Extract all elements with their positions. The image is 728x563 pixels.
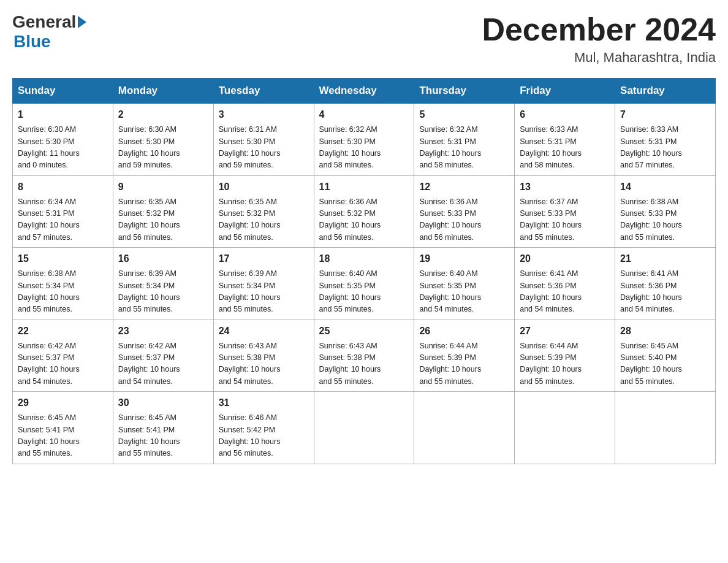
- day-number: 22: [18, 324, 108, 339]
- weekday-header-monday: Monday: [113, 79, 213, 104]
- day-number: 12: [419, 180, 509, 194]
- day-cell: 18Sunrise: 6:40 AMSunset: 5:35 PMDayligh…: [314, 248, 414, 320]
- day-info: Sunrise: 6:30 AMSunset: 5:30 PMDaylight:…: [118, 124, 208, 172]
- logo: General Blue: [12, 12, 88, 52]
- day-cell: 25Sunrise: 6:43 AMSunset: 5:38 PMDayligh…: [314, 320, 414, 392]
- day-info: Sunrise: 6:30 AMSunset: 5:30 PMDaylight:…: [18, 124, 108, 172]
- day-cell: 8Sunrise: 6:34 AMSunset: 5:31 PMDaylight…: [13, 175, 113, 248]
- day-info: Sunrise: 6:33 AMSunset: 5:31 PMDaylight:…: [520, 124, 610, 172]
- day-info: Sunrise: 6:34 AMSunset: 5:31 PMDaylight:…: [18, 196, 108, 244]
- day-number: 11: [319, 180, 409, 194]
- day-info: Sunrise: 6:33 AMSunset: 5:31 PMDaylight:…: [620, 124, 710, 172]
- day-number: 14: [620, 180, 710, 194]
- day-info: Sunrise: 6:41 AMSunset: 5:36 PMDaylight:…: [620, 268, 710, 316]
- day-cell: 22Sunrise: 6:42 AMSunset: 5:37 PMDayligh…: [13, 320, 113, 392]
- day-info: Sunrise: 6:36 AMSunset: 5:32 PMDaylight:…: [319, 196, 409, 244]
- day-info: Sunrise: 6:44 AMSunset: 5:39 PMDaylight:…: [419, 340, 509, 388]
- day-number: 19: [419, 251, 509, 266]
- weekday-header-tuesday: Tuesday: [213, 79, 314, 104]
- day-info: Sunrise: 6:43 AMSunset: 5:38 PMDaylight:…: [319, 340, 409, 388]
- day-number: 25: [319, 324, 409, 339]
- day-number: 1: [18, 107, 108, 122]
- day-info: Sunrise: 6:43 AMSunset: 5:38 PMDaylight:…: [219, 340, 309, 388]
- week-row-1: 1Sunrise: 6:30 AMSunset: 5:30 PMDaylight…: [13, 104, 716, 176]
- weekday-header-saturday: Saturday: [615, 79, 716, 104]
- day-info: Sunrise: 6:36 AMSunset: 5:33 PMDaylight:…: [419, 196, 509, 244]
- day-cell: 21Sunrise: 6:41 AMSunset: 5:36 PMDayligh…: [615, 248, 716, 320]
- day-number: 10: [219, 180, 309, 194]
- location-title: Mul, Maharashtra, India: [482, 50, 716, 66]
- logo-text: General: [12, 12, 88, 32]
- day-number: 21: [620, 251, 710, 266]
- day-number: 4: [319, 107, 409, 122]
- day-number: 27: [520, 324, 610, 339]
- day-info: Sunrise: 6:42 AMSunset: 5:37 PMDaylight:…: [118, 340, 208, 388]
- day-info: Sunrise: 6:46 AMSunset: 5:42 PMDaylight:…: [219, 412, 309, 460]
- day-info: Sunrise: 6:32 AMSunset: 5:30 PMDaylight:…: [319, 124, 409, 172]
- day-cell: 15Sunrise: 6:38 AMSunset: 5:34 PMDayligh…: [13, 248, 113, 320]
- day-number: 17: [219, 251, 309, 266]
- day-cell: 6Sunrise: 6:33 AMSunset: 5:31 PMDaylight…: [515, 104, 615, 176]
- day-cell: 10Sunrise: 6:35 AMSunset: 5:32 PMDayligh…: [213, 175, 314, 248]
- day-info: Sunrise: 6:44 AMSunset: 5:39 PMDaylight:…: [520, 340, 610, 388]
- day-cell: [414, 392, 515, 464]
- day-info: Sunrise: 6:45 AMSunset: 5:40 PMDaylight:…: [620, 340, 710, 388]
- week-row-4: 22Sunrise: 6:42 AMSunset: 5:37 PMDayligh…: [13, 320, 716, 392]
- day-cell: 28Sunrise: 6:45 AMSunset: 5:40 PMDayligh…: [615, 320, 716, 392]
- day-info: Sunrise: 6:40 AMSunset: 5:35 PMDaylight:…: [419, 268, 509, 316]
- day-info: Sunrise: 6:45 AMSunset: 5:41 PMDaylight:…: [118, 412, 208, 460]
- day-cell: 9Sunrise: 6:35 AMSunset: 5:32 PMDaylight…: [113, 175, 213, 248]
- day-number: 31: [219, 396, 309, 410]
- week-row-5: 29Sunrise: 6:45 AMSunset: 5:41 PMDayligh…: [13, 392, 716, 464]
- weekday-header-sunday: Sunday: [13, 79, 113, 104]
- week-row-2: 8Sunrise: 6:34 AMSunset: 5:31 PMDaylight…: [13, 175, 716, 248]
- day-info: Sunrise: 6:40 AMSunset: 5:35 PMDaylight:…: [319, 268, 409, 316]
- day-cell: 19Sunrise: 6:40 AMSunset: 5:35 PMDayligh…: [414, 248, 515, 320]
- day-cell: 2Sunrise: 6:30 AMSunset: 5:30 PMDaylight…: [113, 104, 213, 176]
- day-number: 6: [520, 107, 610, 122]
- day-info: Sunrise: 6:38 AMSunset: 5:33 PMDaylight:…: [620, 196, 710, 244]
- logo-blue-text: Blue: [13, 32, 51, 51]
- day-info: Sunrise: 6:31 AMSunset: 5:30 PMDaylight:…: [219, 124, 309, 172]
- day-cell: 24Sunrise: 6:43 AMSunset: 5:38 PMDayligh…: [213, 320, 314, 392]
- calendar-table: SundayMondayTuesdayWednesdayThursdayFrid…: [12, 78, 716, 464]
- day-cell: 11Sunrise: 6:36 AMSunset: 5:32 PMDayligh…: [314, 175, 414, 248]
- day-number: 30: [118, 396, 208, 410]
- weekday-header-friday: Friday: [515, 79, 615, 104]
- day-cell: [615, 392, 716, 464]
- weekday-header-wednesday: Wednesday: [314, 79, 414, 104]
- day-cell: 23Sunrise: 6:42 AMSunset: 5:37 PMDayligh…: [113, 320, 213, 392]
- day-number: 9: [118, 180, 208, 194]
- page-header: General Blue December 2024 Mul, Maharash…: [12, 12, 716, 66]
- day-cell: [314, 392, 414, 464]
- day-cell: 17Sunrise: 6:39 AMSunset: 5:34 PMDayligh…: [213, 248, 314, 320]
- day-cell: 3Sunrise: 6:31 AMSunset: 5:30 PMDaylight…: [213, 104, 314, 176]
- day-number: 2: [118, 107, 208, 122]
- day-number: 7: [620, 107, 710, 122]
- day-info: Sunrise: 6:35 AMSunset: 5:32 PMDaylight:…: [118, 196, 208, 244]
- weekday-header-row: SundayMondayTuesdayWednesdayThursdayFrid…: [13, 79, 716, 104]
- day-number: 3: [219, 107, 309, 122]
- day-cell: 14Sunrise: 6:38 AMSunset: 5:33 PMDayligh…: [615, 175, 716, 248]
- day-number: 20: [520, 251, 610, 266]
- day-cell: 31Sunrise: 6:46 AMSunset: 5:42 PMDayligh…: [213, 392, 314, 464]
- day-cell: 5Sunrise: 6:32 AMSunset: 5:31 PMDaylight…: [414, 104, 515, 176]
- day-info: Sunrise: 6:42 AMSunset: 5:37 PMDaylight:…: [18, 340, 108, 388]
- day-number: 26: [419, 324, 509, 339]
- day-cell: 30Sunrise: 6:45 AMSunset: 5:41 PMDayligh…: [113, 392, 213, 464]
- day-cell: 4Sunrise: 6:32 AMSunset: 5:30 PMDaylight…: [314, 104, 414, 176]
- day-cell: 20Sunrise: 6:41 AMSunset: 5:36 PMDayligh…: [515, 248, 615, 320]
- month-title: December 2024: [482, 12, 716, 47]
- day-number: 23: [118, 324, 208, 339]
- day-number: 24: [219, 324, 309, 339]
- day-number: 28: [620, 324, 710, 339]
- day-cell: 13Sunrise: 6:37 AMSunset: 5:33 PMDayligh…: [515, 175, 615, 248]
- day-info: Sunrise: 6:39 AMSunset: 5:34 PMDaylight:…: [118, 268, 208, 316]
- day-cell: 16Sunrise: 6:39 AMSunset: 5:34 PMDayligh…: [113, 248, 213, 320]
- day-info: Sunrise: 6:32 AMSunset: 5:31 PMDaylight:…: [419, 124, 509, 172]
- day-number: 16: [118, 251, 208, 266]
- day-number: 5: [419, 107, 509, 122]
- day-info: Sunrise: 6:45 AMSunset: 5:41 PMDaylight:…: [18, 412, 108, 460]
- day-number: 15: [18, 251, 108, 266]
- day-number: 18: [319, 251, 409, 266]
